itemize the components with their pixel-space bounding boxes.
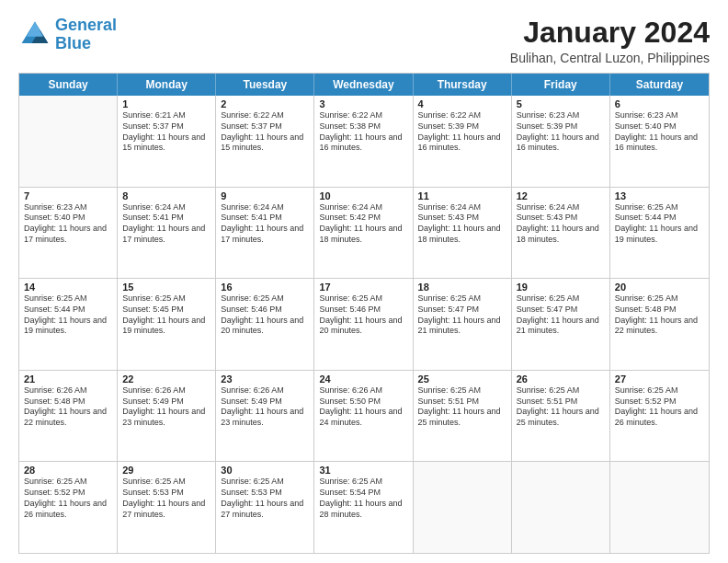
daylight-text: Daylight: 11 hours and 24 minutes. [319,407,407,428]
day-cell-26: 26Sunrise: 6:25 AMSunset: 5:51 PMDayligh… [512,371,610,462]
sunset-text: Sunset: 5:43 PM [517,213,605,224]
day-number: 26 [517,373,605,385]
sunrise-text: Sunrise: 6:25 AM [319,477,407,488]
sunset-text: Sunset: 5:49 PM [122,396,210,408]
day-cell-16: 16Sunrise: 6:25 AMSunset: 5:46 PMDayligh… [216,279,314,370]
daylight-text: Daylight: 11 hours and 17 minutes. [122,224,210,245]
daylight-text: Daylight: 11 hours and 27 minutes. [122,499,210,520]
day-number: 20 [615,282,704,293]
week-row-4: 28Sunrise: 6:25 AMSunset: 5:52 PMDayligh… [19,461,709,553]
sunset-text: Sunset: 5:49 PM [221,396,309,408]
day-number: 9 [221,190,309,201]
sunrise-text: Sunrise: 6:26 AM [24,385,112,396]
daylight-text: Daylight: 11 hours and 22 minutes. [615,316,704,337]
day-cell-21: 21Sunrise: 6:26 AMSunset: 5:48 PMDayligh… [19,371,118,462]
day-number: 4 [418,98,506,109]
day-number: 5 [517,98,605,109]
day-number: 25 [418,373,506,385]
daylight-text: Daylight: 11 hours and 18 minutes. [517,224,605,245]
header-day-wednesday: Wednesday [314,74,413,96]
daylight-text: Daylight: 11 hours and 18 minutes. [319,224,407,245]
day-number: 12 [517,190,605,201]
logo-blue: Blue [55,34,91,52]
header-day-saturday: Saturday [610,74,709,96]
sunset-text: Sunset: 5:47 PM [517,304,605,316]
sunset-text: Sunset: 5:53 PM [122,488,210,499]
sunset-text: Sunset: 5:51 PM [418,396,506,408]
sunrise-text: Sunrise: 6:24 AM [517,202,605,213]
sunrise-text: Sunrise: 6:26 AM [122,385,210,396]
month-title: January 2024 [510,17,710,49]
sunset-text: Sunset: 5:40 PM [615,121,704,132]
day-number: 1 [122,98,210,109]
daylight-text: Daylight: 11 hours and 15 minutes. [122,132,210,154]
sunrise-text: Sunrise: 6:26 AM [319,385,407,396]
day-number: 23 [221,373,309,385]
day-cell-23: 23Sunrise: 6:26 AMSunset: 5:49 PMDayligh… [216,371,314,462]
daylight-text: Daylight: 11 hours and 23 minutes. [221,407,309,428]
week-row-3: 21Sunrise: 6:26 AMSunset: 5:48 PMDayligh… [19,370,709,462]
header-day-friday: Friday [512,74,610,96]
sunset-text: Sunset: 5:40 PM [24,213,112,224]
sunset-text: Sunset: 5:41 PM [221,213,309,224]
sunrise-text: Sunrise: 6:25 AM [24,477,112,488]
day-number: 24 [319,373,407,385]
day-number: 2 [221,98,309,109]
empty-cell-4-5 [512,462,610,553]
sunrise-text: Sunrise: 6:25 AM [221,293,309,304]
sunrise-text: Sunrise: 6:24 AM [418,202,506,213]
daylight-text: Daylight: 11 hours and 19 minutes. [122,316,210,337]
page: General Blue January 2024 Bulihan, Centr… [0,0,728,563]
day-cell-11: 11Sunrise: 6:24 AMSunset: 5:43 PMDayligh… [414,188,512,279]
day-cell-3: 3Sunrise: 6:22 AMSunset: 5:38 PMDaylight… [314,96,413,187]
sunrise-text: Sunrise: 6:25 AM [319,293,407,304]
logo-general: General [55,16,117,34]
sunrise-text: Sunrise: 6:23 AM [24,202,112,213]
day-number: 10 [319,190,407,201]
daylight-text: Daylight: 11 hours and 25 minutes. [517,407,605,428]
sunrise-text: Sunrise: 6:25 AM [615,293,704,304]
day-cell-6: 6Sunrise: 6:23 AMSunset: 5:40 PMDaylight… [610,96,709,187]
sunrise-text: Sunrise: 6:26 AM [221,385,309,396]
day-cell-9: 9Sunrise: 6:24 AMSunset: 5:41 PMDaylight… [216,188,314,279]
day-cell-13: 13Sunrise: 6:25 AMSunset: 5:44 PMDayligh… [610,188,709,279]
logo: General Blue [18,17,117,53]
day-cell-1: 1Sunrise: 6:21 AMSunset: 5:37 PMDaylight… [118,96,216,187]
day-cell-12: 12Sunrise: 6:24 AMSunset: 5:43 PMDayligh… [512,188,610,279]
sunset-text: Sunset: 5:39 PM [517,121,605,132]
day-cell-15: 15Sunrise: 6:25 AMSunset: 5:45 PMDayligh… [118,279,216,370]
day-number: 19 [517,282,605,293]
sunset-text: Sunset: 5:51 PM [517,396,605,408]
daylight-text: Daylight: 11 hours and 16 minutes. [615,132,704,154]
day-cell-17: 17Sunrise: 6:25 AMSunset: 5:46 PMDayligh… [314,279,413,370]
sunrise-text: Sunrise: 6:24 AM [319,202,407,213]
sunrise-text: Sunrise: 6:25 AM [122,477,210,488]
sunrise-text: Sunrise: 6:21 AM [122,110,210,121]
sunset-text: Sunset: 5:46 PM [221,304,309,316]
daylight-text: Daylight: 11 hours and 17 minutes. [221,224,309,245]
day-cell-2: 2Sunrise: 6:22 AMSunset: 5:37 PMDaylight… [216,96,314,187]
empty-cell-4-4 [414,462,512,553]
sunset-text: Sunset: 5:37 PM [221,121,309,132]
header: General Blue January 2024 Bulihan, Centr… [18,17,710,65]
daylight-text: Daylight: 11 hours and 20 minutes. [319,316,407,337]
day-number: 3 [319,98,407,109]
empty-cell-0-0 [19,96,118,187]
day-cell-10: 10Sunrise: 6:24 AMSunset: 5:42 PMDayligh… [314,188,413,279]
day-number: 14 [24,282,112,293]
sunset-text: Sunset: 5:47 PM [418,304,506,316]
header-day-tuesday: Tuesday [216,74,314,96]
sunrise-text: Sunrise: 6:25 AM [615,385,704,396]
sunset-text: Sunset: 5:53 PM [221,488,309,499]
day-number: 18 [418,282,506,293]
sunset-text: Sunset: 5:46 PM [319,304,407,316]
daylight-text: Daylight: 11 hours and 27 minutes. [221,499,309,520]
week-row-0: 1Sunrise: 6:21 AMSunset: 5:37 PMDaylight… [19,96,709,187]
day-number: 22 [122,373,210,385]
sunset-text: Sunset: 5:42 PM [319,213,407,224]
day-number: 28 [24,465,112,476]
day-cell-20: 20Sunrise: 6:25 AMSunset: 5:48 PMDayligh… [610,279,709,370]
day-number: 16 [221,282,309,293]
logo-text: General Blue [55,17,117,53]
day-cell-5: 5Sunrise: 6:23 AMSunset: 5:39 PMDaylight… [512,96,610,187]
